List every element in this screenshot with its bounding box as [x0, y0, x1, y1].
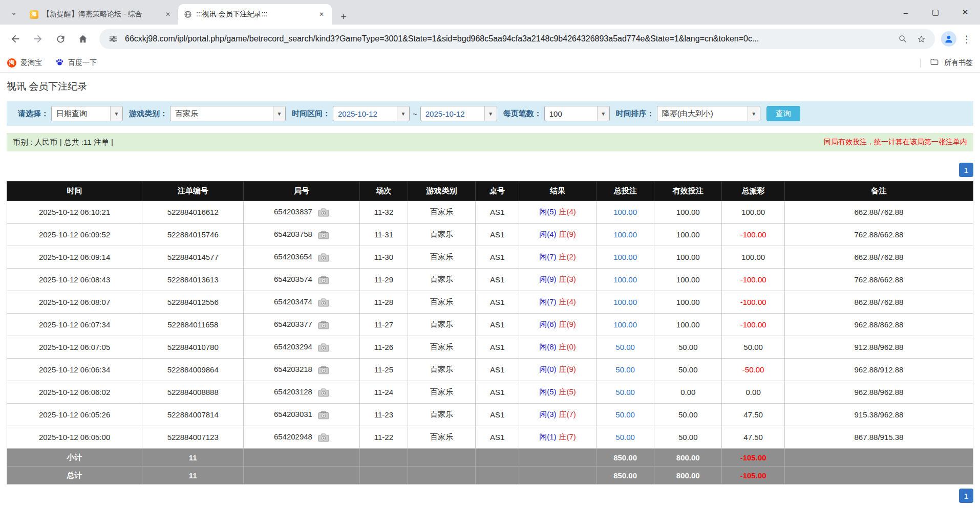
player-result: 闲(7): [539, 252, 556, 261]
date-range-label: 时间区间：: [292, 109, 330, 119]
total-bet-link[interactable]: 50.00: [615, 365, 635, 374]
cell-bet-id: 522884009864: [142, 359, 244, 381]
footer-valid-bet: 800.00: [654, 467, 722, 484]
tab-close-icon[interactable]: ✕: [316, 9, 327, 19]
cell-result: 闲(6)庄(9): [519, 314, 596, 336]
cell-valid-bet: 100.00: [654, 269, 722, 291]
footer-empty: [476, 449, 519, 467]
bookmark-aitaobao[interactable]: 淘 爱淘宝: [7, 58, 42, 68]
dropdown-arrow-icon[interactable]: ▼: [273, 106, 285, 121]
all-bookmarks[interactable]: 所有书签: [920, 57, 973, 68]
tab-close-icon[interactable]: ✕: [163, 9, 173, 19]
tab-strip: 海 【新提醒】海燕策略论坛 - 综合 ✕ :::视讯 会员下注纪录::: ✕ +: [25, 0, 351, 25]
tab-search-button[interactable]: ⌄: [5, 4, 23, 21]
banker-result: 庄(9): [559, 365, 576, 373]
divider: [920, 58, 921, 68]
tab-forum[interactable]: 海 【新提醒】海燕策略论坛 - 综合 ✕: [25, 4, 178, 25]
page-content: 视讯 会员下注纪录 请选择： 日期查询 ▼ 游戏类别： 百家乐 ▼ 时间区间： …: [0, 80, 980, 503]
date-from-select[interactable]: 2025-10-12 ▼: [333, 106, 410, 121]
round-id-text: 654203474: [274, 297, 312, 306]
total-bet-link[interactable]: 100.00: [613, 275, 637, 284]
close-button[interactable]: ✕: [950, 0, 980, 25]
cell-game-type: 百家乐: [408, 291, 476, 314]
video-replay-icon[interactable]: [318, 208, 329, 217]
dropdown-arrow-icon[interactable]: ▼: [110, 106, 122, 121]
dropdown-arrow-icon[interactable]: ▼: [397, 106, 409, 121]
cell-time: 2025-10-12 06:07:34: [7, 314, 142, 336]
sort-select[interactable]: 降幂(由大到小) ▼: [657, 106, 760, 121]
column-header: 游戏类别: [408, 182, 476, 201]
total-bet-link[interactable]: 50.00: [615, 388, 635, 396]
refresh-button[interactable]: [50, 29, 71, 49]
video-replay-icon[interactable]: [318, 298, 329, 307]
maximize-button[interactable]: ▢: [921, 0, 950, 25]
dropdown-arrow-icon[interactable]: ▼: [748, 106, 760, 121]
total-bet-link[interactable]: 50.00: [615, 433, 635, 441]
summary-bar: 币别 : 人民币 | 总共 :11 注单 | 同局有效投注，统一计算在该局第一张…: [7, 133, 973, 151]
minimize-button[interactable]: –: [891, 0, 921, 25]
home-icon: [77, 33, 89, 45]
total-bet-link[interactable]: 100.00: [613, 298, 637, 306]
query-type-select[interactable]: 日期查询 ▼: [51, 106, 123, 121]
tab-betrecord[interactable]: :::视讯 会员下注纪录::: ✕: [178, 4, 332, 25]
table-row: 2025-10-12 06:05:26 522884007814 6542030…: [7, 404, 973, 426]
menu-kebab-icon[interactable]: ⋮: [958, 31, 975, 47]
query-type-value: 日期查询: [52, 109, 92, 119]
page-size-select[interactable]: 100 ▼: [544, 106, 610, 121]
bookmark-star-icon[interactable]: [914, 32, 928, 46]
video-replay-icon[interactable]: [318, 276, 329, 284]
column-header: 时间: [7, 182, 142, 201]
page-button-1[interactable]: 1: [959, 489, 973, 503]
cell-note: 862.88/762.88: [784, 291, 973, 314]
banker-result: 庄(0): [559, 342, 576, 351]
total-bet-link[interactable]: 50.00: [615, 343, 635, 351]
table-row: 2025-10-12 06:07:05 522884010780 6542032…: [7, 336, 973, 359]
page-button-1[interactable]: 1: [959, 163, 973, 177]
forward-button[interactable]: [28, 29, 48, 49]
bookmark-baidu[interactable]: 百度一下: [55, 58, 97, 68]
video-replay-icon[interactable]: [318, 411, 329, 419]
cell-bet-id: 522884014577: [142, 246, 244, 269]
total-bet-link[interactable]: 100.00: [613, 230, 637, 239]
home-button[interactable]: [73, 29, 93, 49]
video-replay-icon[interactable]: [318, 321, 329, 329]
url-text[interactable]: 66cxkj98.com/ipl/portal.php/game/betreco…: [125, 34, 891, 43]
total-bet-link[interactable]: 100.00: [613, 320, 637, 329]
cell-valid-bet: 0.00: [654, 381, 722, 404]
cell-valid-bet: 100.00: [654, 201, 722, 224]
date-range-separator: ~: [413, 109, 417, 118]
footer-total-bet: 850.00: [596, 449, 654, 467]
back-button[interactable]: [5, 29, 26, 49]
footer-empty: [784, 467, 973, 484]
video-replay-icon[interactable]: [318, 253, 329, 262]
total-bet-link[interactable]: 100.00: [613, 253, 637, 261]
dropdown-arrow-icon[interactable]: ▼: [597, 106, 609, 121]
cell-table-no: AS1: [476, 404, 519, 426]
video-replay-icon[interactable]: [318, 343, 329, 352]
total-bet-link[interactable]: 50.00: [615, 410, 635, 419]
new-tab-button[interactable]: +: [336, 9, 351, 25]
table-row: 2025-10-12 06:08:07 522884012556 6542034…: [7, 291, 973, 314]
date-to-select[interactable]: 2025-10-12 ▼: [420, 106, 497, 121]
video-replay-icon[interactable]: [318, 366, 329, 374]
site-settings-icon[interactable]: [106, 32, 120, 46]
cell-result: 闲(4)庄(9): [519, 224, 596, 246]
total-bet-link[interactable]: 100.00: [613, 208, 637, 216]
baidu-paw-icon: [55, 58, 64, 68]
cell-total-bet: 100.00: [596, 246, 654, 269]
table-row: 2025-10-12 06:10:21 522884016612 6542038…: [7, 201, 973, 224]
dropdown-arrow-icon[interactable]: ▼: [484, 106, 497, 121]
profile-avatar[interactable]: [941, 31, 956, 47]
zoom-lens-icon[interactable]: [896, 32, 909, 46]
cell-game-type: 百家乐: [408, 336, 476, 359]
video-replay-icon[interactable]: [318, 231, 329, 239]
bookmarks-bar: 淘 爱淘宝 百度一下 所有书签: [0, 53, 980, 73]
url-bar[interactable]: 66cxkj98.com/ipl/portal.php/game/betreco…: [99, 29, 935, 49]
video-replay-icon[interactable]: [318, 433, 329, 442]
video-replay-icon[interactable]: [318, 388, 329, 397]
search-button[interactable]: 查询: [766, 106, 800, 121]
cell-payout: -100.00: [722, 291, 785, 314]
game-type-select[interactable]: 百家乐 ▼: [170, 106, 286, 121]
cell-table-no: AS1: [476, 246, 519, 269]
cell-time: 2025-10-12 06:06:02: [7, 381, 142, 404]
